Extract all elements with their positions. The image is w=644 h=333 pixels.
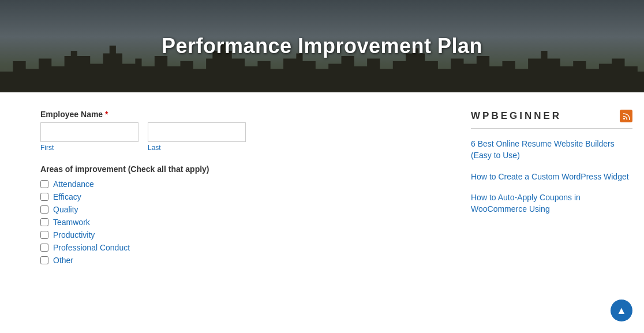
rss-icon[interactable]	[620, 110, 632, 122]
checkbox-item: Productivity	[40, 230, 448, 240]
required-marker: *	[105, 110, 108, 119]
first-name-label: First	[40, 144, 138, 152]
main-content: Employee Name * First Last Areas of impr…	[0, 92, 644, 276]
sidebar-section: WPBEGINNER 6 Best Online Resume Website …	[471, 110, 632, 265]
checkbox-item: Teamwork	[40, 218, 448, 227]
sidebar-link-item[interactable]: 6 Best Online Resume Website Builders (E…	[471, 138, 632, 162]
checkbox-label-1[interactable]: Efficacy	[53, 192, 81, 201]
name-fields: First Last	[40, 122, 448, 152]
checkbox-item: Efficacy	[40, 192, 448, 201]
last-name-label: Last	[148, 144, 246, 152]
checkbox-cb_teamwork[interactable]	[40, 218, 48, 226]
sidebar-links: 6 Best Online Resume Website Builders (E…	[471, 138, 632, 215]
last-name-wrap: Last	[148, 122, 246, 152]
checkbox-cb_productivity[interactable]	[40, 231, 48, 239]
checkbox-item: Attendance	[40, 179, 448, 189]
first-name-wrap: First	[40, 122, 138, 152]
checkbox-cb_other[interactable]	[40, 256, 48, 264]
checkbox-label-4[interactable]: Productivity	[53, 230, 95, 240]
form-section: Employee Name * First Last Areas of impr…	[40, 110, 448, 265]
svg-point-0	[623, 118, 625, 119]
page-title: Performance Improvement Plan	[162, 34, 482, 58]
sidebar-link-item[interactable]: How to Auto-Apply Coupons in WooCommerce…	[471, 192, 632, 215]
sidebar-brand: WPBEGINNER	[471, 110, 561, 122]
sidebar-header: WPBEGINNER	[471, 110, 632, 129]
header-banner: Performance Improvement Plan	[0, 0, 644, 92]
checkbox-list: AttendanceEfficacyQualityTeamworkProduct…	[40, 179, 448, 265]
employee-name-label: Employee Name *	[40, 110, 448, 119]
areas-of-improvement-label: Areas of improvement (Check all that app…	[40, 164, 448, 174]
checkbox-cb_quality[interactable]	[40, 205, 48, 214]
first-name-input[interactable]	[40, 122, 138, 142]
checkbox-item: Quality	[40, 205, 448, 214]
checkbox-label-5[interactable]: Professional Conduct	[53, 243, 130, 252]
checkbox-label-0[interactable]: Attendance	[53, 179, 94, 189]
last-name-input[interactable]	[148, 122, 246, 142]
checkbox-item: Other	[40, 256, 448, 265]
checkbox-item: Professional Conduct	[40, 243, 448, 252]
checkbox-label-2[interactable]: Quality	[53, 205, 78, 214]
checkbox-cb_efficacy[interactable]	[40, 193, 48, 201]
checkbox-label-6[interactable]: Other	[53, 256, 73, 265]
checkbox-cb_professional[interactable]	[40, 244, 48, 252]
sidebar-link-item[interactable]: How to Create a Custom WordPress Widget	[471, 171, 632, 182]
checkbox-cb_attendance[interactable]	[40, 180, 48, 188]
checkbox-label-3[interactable]: Teamwork	[53, 218, 90, 227]
